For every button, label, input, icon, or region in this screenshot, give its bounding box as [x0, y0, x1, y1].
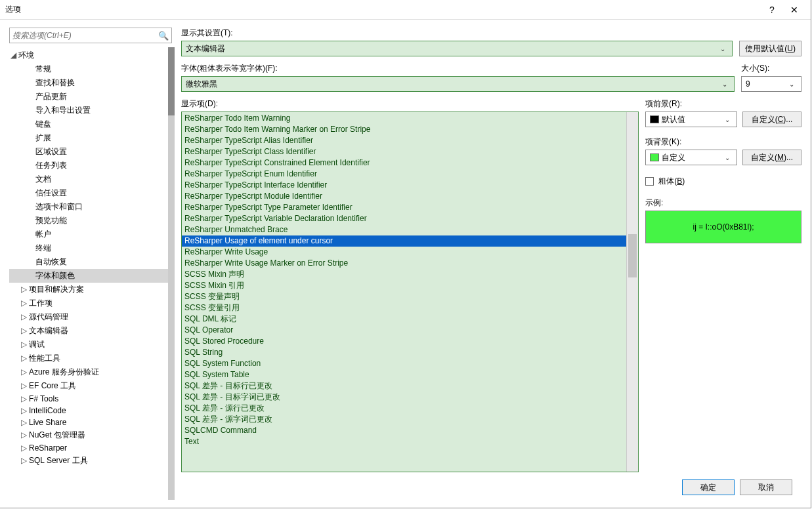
- bold-checkbox[interactable]: [645, 177, 654, 186]
- tree-item[interactable]: 产品更新: [9, 90, 168, 104]
- tree-item[interactable]: ▷性能工具: [9, 352, 168, 365]
- tree-item[interactable]: 自动恢复: [9, 255, 168, 269]
- list-item[interactable]: ReSharper Write Usage: [182, 247, 626, 258]
- ok-button[interactable]: 确定: [682, 479, 735, 495]
- tree-item[interactable]: ◢环境: [9, 49, 168, 62]
- size-label: 大小(S):: [741, 63, 801, 74]
- tree-item[interactable]: ▷F# Tools: [9, 393, 168, 405]
- tree-item[interactable]: 查找和替换: [9, 76, 168, 90]
- back-swatch: [650, 153, 659, 161]
- close-button[interactable]: ✕: [783, 2, 805, 18]
- list-item[interactable]: ReSharper Write Usage Marker on Error St…: [182, 258, 626, 269]
- list-item[interactable]: ReSharper Unmatched Brace: [182, 224, 626, 235]
- list-item[interactable]: SQL System Function: [182, 358, 626, 369]
- tree-item[interactable]: ▷EF Core 工具: [9, 379, 168, 393]
- list-item[interactable]: SCSS 变量引用: [182, 302, 626, 314]
- tree-item[interactable]: 预览功能: [9, 214, 168, 228]
- tree-item[interactable]: ▷IntelliCode: [9, 405, 168, 417]
- list-item[interactable]: SQL 差异 - 源行已更改: [182, 403, 626, 414]
- font-combo[interactable]: 微软雅黑 ⌄: [181, 76, 735, 92]
- caret-icon: ▷: [21, 406, 29, 415]
- size-combo[interactable]: 9 ⌄: [741, 76, 801, 92]
- tree-item[interactable]: ▷源代码管理: [9, 310, 168, 324]
- list-item[interactable]: SCSS Mixin 引用: [182, 280, 626, 291]
- tree-item[interactable]: 常规: [9, 62, 168, 76]
- bold-row[interactable]: 粗体(B): [645, 176, 801, 187]
- item-back-combo[interactable]: 自定义 ⌄: [645, 150, 737, 165]
- tree-item[interactable]: ▷调试: [9, 338, 168, 352]
- show-settings-combo[interactable]: 文本编辑器 ⌄: [181, 41, 733, 56]
- tree-item[interactable]: ▷ReSharper: [9, 442, 168, 454]
- list-item[interactable]: SQL Operator: [182, 325, 626, 336]
- list-item[interactable]: SCSS Mixin 声明: [182, 269, 626, 280]
- tree-item[interactable]: 信任设置: [9, 186, 168, 200]
- tree-item[interactable]: 区域设置: [9, 145, 168, 159]
- cancel-button[interactable]: 取消: [740, 479, 792, 495]
- tree-item[interactable]: 帐户: [9, 228, 168, 241]
- sample-preview: ij = I::oO(0xB81l);: [645, 211, 801, 243]
- caret-icon: ▷: [21, 394, 29, 403]
- list-item[interactable]: SQL String: [182, 347, 626, 358]
- content: 🔍 ◢环境常规查找和替换产品更新导入和导出设置键盘扩展区域设置任务列表文档信任设…: [0, 20, 811, 508]
- window-title: 选项: [5, 4, 761, 15]
- tree-item[interactable]: 任务列表: [9, 159, 168, 173]
- list-item[interactable]: Text: [182, 436, 626, 447]
- right-panel: 显示其设置(T): 文本编辑器 ⌄ 使用默认值(U) 字体(粗体表示等宽字体)(…: [176, 20, 811, 508]
- tree-item[interactable]: ▷Live Share: [9, 417, 168, 428]
- tree-item[interactable]: ▷Azure 服务身份验证: [9, 365, 168, 379]
- help-button[interactable]: ?: [761, 2, 783, 18]
- options-dialog: 选项 ? ✕ 🔍 ◢环境常规查找和替换产品更新导入和导出设置键盘扩展区域设置任务…: [0, 0, 811, 508]
- list-item[interactable]: SQL Stored Procedure: [182, 336, 626, 347]
- list-item[interactable]: ReSharper Usage of element under cursor: [182, 235, 626, 247]
- tree-item[interactable]: ▷SQL Server 工具: [9, 454, 168, 468]
- list-item[interactable]: SQL 差异 - 源字词已更改: [182, 414, 626, 425]
- list-item[interactable]: SQL 差异 - 目标行已更改: [182, 380, 626, 392]
- custom-fore-button[interactable]: 自定义(C)...: [742, 112, 801, 127]
- caret-icon: ▷: [21, 340, 29, 349]
- list-item[interactable]: ReSharper TypeScript Alias Identifier: [182, 135, 626, 146]
- font-label: 字体(粗体表示等宽字体)(F):: [181, 63, 735, 74]
- tree-item[interactable]: ▷工作项: [9, 296, 168, 310]
- tree-scrollbar[interactable]: [168, 47, 175, 500]
- use-defaults-button[interactable]: 使用默认值(U): [739, 41, 801, 56]
- list-item[interactable]: ReSharper TypeScript Enum Identifier: [182, 169, 626, 180]
- tree-item[interactable]: 字体和颜色: [9, 269, 168, 283]
- list-item[interactable]: SQL DML 标记: [182, 314, 626, 325]
- chevron-down-icon: ⌄: [719, 81, 730, 88]
- tree-item[interactable]: ▷项目和解决方案: [9, 283, 168, 296]
- list-item[interactable]: SQL System Table: [182, 369, 626, 380]
- search-input[interactable]: [12, 31, 158, 40]
- tree-item[interactable]: 终端: [9, 241, 168, 255]
- category-tree[interactable]: ◢环境常规查找和替换产品更新导入和导出设置键盘扩展区域设置任务列表文档信任设置选…: [9, 47, 168, 500]
- list-item[interactable]: ReSharper TypeScript Class Identifier: [182, 146, 626, 157]
- tree-item[interactable]: 文档: [9, 173, 168, 186]
- caret-icon: ▷: [21, 456, 29, 465]
- chevron-down-icon: ⌄: [717, 45, 728, 52]
- list-item[interactable]: SQL 差异 - 目标字词已更改: [182, 392, 626, 403]
- list-item[interactable]: ReSharper TypeScript Type Parameter Iden…: [182, 202, 626, 213]
- list-item[interactable]: ReSharper TypeScript Interface Identifie…: [182, 180, 626, 191]
- tree-item[interactable]: 扩展: [9, 131, 168, 145]
- caret-icon: ▷: [21, 298, 29, 308]
- caret-icon: ▷: [21, 326, 29, 335]
- tree-item[interactable]: ▷NuGet 包管理器: [9, 428, 168, 442]
- list-item[interactable]: ReSharper TypeScript Constrained Element…: [182, 157, 626, 169]
- list-item[interactable]: SCSS 变量声明: [182, 291, 626, 302]
- caret-icon: ◢: [11, 51, 18, 60]
- list-item[interactable]: ReSharper Todo Item Warning: [182, 113, 626, 124]
- display-items-listbox[interactable]: ReSharper Todo Item WarningReSharper Tod…: [181, 112, 639, 472]
- listbox-scrollbar[interactable]: [626, 112, 638, 472]
- list-item[interactable]: ReSharper TypeScript Variable Declaratio…: [182, 213, 626, 224]
- list-item[interactable]: ReSharper Todo Item Warning Marker on Er…: [182, 124, 626, 135]
- show-settings-label: 显示其设置(T):: [181, 28, 733, 39]
- tree-item[interactable]: 键盘: [9, 117, 168, 131]
- custom-back-button[interactable]: 自定义(M)...: [742, 150, 801, 165]
- list-item[interactable]: ReSharper TypeScript Module Identifier: [182, 191, 626, 202]
- tree-item[interactable]: ▷文本编辑器: [9, 324, 168, 338]
- tree-item[interactable]: 选项卡和窗口: [9, 200, 168, 214]
- item-fore-combo[interactable]: 默认值 ⌄: [645, 112, 737, 127]
- list-item[interactable]: SQLCMD Command: [182, 425, 626, 436]
- chevron-down-icon: ⌄: [722, 154, 733, 161]
- tree-item[interactable]: 导入和导出设置: [9, 104, 168, 117]
- search-box[interactable]: 🔍: [9, 28, 172, 43]
